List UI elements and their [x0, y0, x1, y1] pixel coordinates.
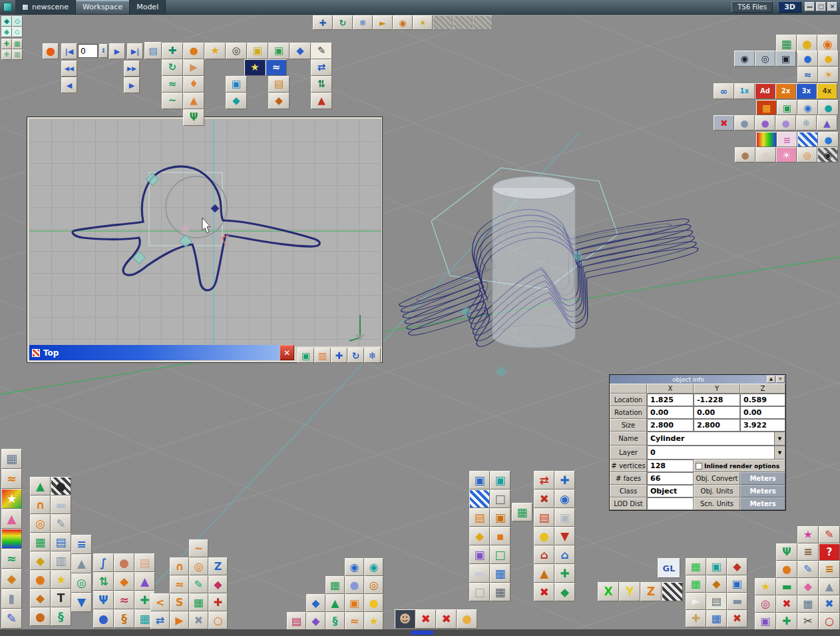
- zoom-view-icon[interactable]: ❄: [364, 348, 381, 363]
- roller-tool-icon[interactable]: ▬: [776, 578, 797, 595]
- help-button[interactable]: ?: [819, 543, 840, 561]
- material-cube-icon[interactable]: ▣: [469, 545, 490, 564]
- boolean-subtract-icon[interactable]: ◆: [306, 612, 325, 630]
- dropper-tool-icon[interactable]: ✎: [819, 526, 840, 543]
- antenna-tool-icon[interactable]: ✚: [554, 564, 575, 583]
- stack-cubes-icon[interactable]: ▤: [268, 76, 290, 93]
- palette-tool-icon[interactable]: ●: [776, 561, 797, 578]
- wire-cube-icon[interactable]: ▦: [30, 533, 51, 551]
- tip-tool-icon[interactable]: ▼: [71, 593, 92, 612]
- vertex-tool-icon[interactable]: ◆: [306, 594, 325, 612]
- pot-display-icon[interactable]: ◆: [706, 575, 727, 593]
- axes-grid-icon[interactable]: ▦: [12, 49, 23, 60]
- mesh-cube-icon[interactable]: ▦: [325, 576, 345, 594]
- confirm-tool-icon[interactable]: ◆: [554, 583, 575, 601]
- marble-sphere-icon[interactable]: ●: [755, 147, 776, 162]
- tile-map-icon[interactable]: [469, 489, 490, 508]
- glass-box-icon[interactable]: ▦: [512, 503, 532, 521]
- sweep-tool-icon[interactable]: ◉: [393, 15, 413, 30]
- point-edit-icon[interactable]: ◆: [1, 16, 12, 27]
- star-material-icon[interactable]: ★: [1, 489, 22, 509]
- donut-primitive-icon[interactable]: ◎: [30, 514, 51, 533]
- helix-tool-icon[interactable]: §: [51, 607, 71, 626]
- grab-object-icon[interactable]: ●: [457, 609, 477, 629]
- yellow-pot-icon[interactable]: ◆: [469, 527, 490, 545]
- open-curve-icon[interactable]: ○: [208, 611, 228, 629]
- paint-face-icon[interactable]: ▣: [469, 471, 490, 489]
- spring-tool-icon[interactable]: §: [114, 609, 134, 628]
- axis-z-button[interactable]: Z: [640, 582, 662, 601]
- hair-tool-icon[interactable]: ≡: [797, 543, 819, 561]
- house-blue-icon[interactable]: ⌂: [554, 545, 575, 564]
- magic-ring-icon[interactable]: ★: [364, 612, 383, 630]
- point-scale-icon[interactable]: ◇: [12, 27, 23, 37]
- decal-tool-icon[interactable]: ▤: [287, 612, 306, 630]
- red-gem-icon[interactable]: ◆: [727, 558, 747, 575]
- glow-sun-icon[interactable]: ☀: [818, 67, 839, 83]
- torus-primitive-icon[interactable]: ◎: [226, 43, 247, 59]
- pink-gem-icon[interactable]: ◆: [797, 578, 819, 595]
- stamp-tool-icon[interactable]: ▣: [755, 613, 776, 630]
- tape-tool-icon[interactable]: ◎: [755, 595, 776, 613]
- teapot-icon[interactable]: ●: [30, 607, 51, 626]
- sweep-rail-icon[interactable]: ≡: [71, 535, 92, 554]
- dynamics-ball-icon[interactable]: ●: [93, 609, 114, 628]
- glue-tool-icon[interactable]: ►: [373, 15, 393, 30]
- eraser-tool-icon[interactable]: ▬: [51, 495, 71, 514]
- ts6-files-button[interactable]: TS6 Files: [732, 1, 773, 13]
- ring-material-icon[interactable]: ◎: [797, 147, 817, 162]
- sphere-primitive-icon[interactable]: ●: [183, 43, 204, 59]
- glass-sphere-icon[interactable]: ●: [775, 115, 796, 131]
- arc-tool-icon[interactable]: ∩: [170, 557, 189, 575]
- object-rotate-icon[interactable]: ↻: [333, 15, 353, 30]
- uv-projection-icon[interactable]: ▦: [1, 449, 22, 469]
- bones-tool-icon[interactable]: ∫: [93, 553, 114, 572]
- flare-material-icon[interactable]: ☀: [776, 147, 797, 162]
- checker-ball-icon[interactable]: ●: [51, 477, 71, 495]
- magic-wand-icon[interactable]: ★: [51, 570, 71, 589]
- flex-tool-icon[interactable]: ≈: [114, 591, 134, 609]
- house-red-icon[interactable]: ⌂: [534, 545, 554, 564]
- res-3x-button[interactable]: 3x: [796, 83, 817, 99]
- axes-tool-icon[interactable]: ☀: [413, 15, 433, 30]
- render-view-icon[interactable]: ▥: [314, 348, 331, 363]
- night-environment-icon[interactable]: ★: [244, 59, 266, 76]
- adaptive-render-button[interactable]: Ad: [755, 83, 775, 99]
- red-plane-icon[interactable]: ▤: [534, 508, 554, 527]
- vase-tool-icon[interactable]: ◆: [268, 93, 290, 109]
- deform-curve-icon[interactable]: ≈: [1, 469, 22, 489]
- mirror-curve-icon[interactable]: ⇄: [150, 611, 170, 629]
- eraser-display-icon[interactable]: ▬: [727, 593, 747, 610]
- paint-cube-icon[interactable]: ▣: [490, 471, 511, 489]
- sketch-tool-icon[interactable]: ✎: [311, 43, 332, 59]
- cylinder-tool-icon[interactable]: ▮: [1, 589, 22, 609]
- pen-curve-icon[interactable]: ✎: [189, 575, 208, 593]
- sweep-path-icon[interactable]: §: [325, 612, 345, 630]
- render-object-icon[interactable]: ▣: [775, 51, 796, 67]
- plant-grow-icon[interactable]: Ψ: [183, 109, 204, 126]
- align-tool-icon[interactable]: ⇅: [311, 76, 332, 93]
- wireframe-cube-icon[interactable]: ▦: [686, 558, 706, 575]
- edge-tool-icon[interactable]: ▲: [325, 594, 345, 612]
- actor-head-icon[interactable]: ☻: [395, 609, 415, 629]
- close-button[interactable]: ✕: [827, 2, 837, 11]
- environment-map-icon[interactable]: ●: [818, 132, 839, 147]
- comb-tool-icon[interactable]: ≡: [819, 561, 840, 578]
- text-tool-icon[interactable]: T: [51, 589, 71, 607]
- mirror-plane-icon[interactable]: ◆: [290, 43, 311, 59]
- curve-tool-icon[interactable]: ~: [162, 93, 183, 109]
- grid-panel-icon[interactable]: ▦: [490, 564, 511, 583]
- boolean-tool-icon[interactable]: ◆: [226, 93, 247, 109]
- grid-display-icon[interactable]: ▦: [706, 610, 727, 627]
- workspace-tab[interactable]: Workspace: [76, 0, 130, 14]
- bump-material-icon[interactable]: ●: [818, 100, 839, 115]
- lock-axis-icon[interactable]: ✖: [534, 489, 554, 508]
- scissors-tool-icon[interactable]: ✂: [797, 613, 819, 630]
- point-move-icon[interactable]: ◆: [1, 27, 12, 37]
- sky-sphere-icon[interactable]: ●: [797, 51, 818, 67]
- snap-target-icon[interactable]: ✚: [554, 471, 575, 489]
- delete-object-icon[interactable]: ✖: [415, 609, 436, 629]
- point-select-icon[interactable]: ◇: [12, 16, 23, 27]
- restore-button[interactable]: □: [816, 2, 826, 11]
- wireframe-cube2-icon[interactable]: ▦: [686, 575, 706, 593]
